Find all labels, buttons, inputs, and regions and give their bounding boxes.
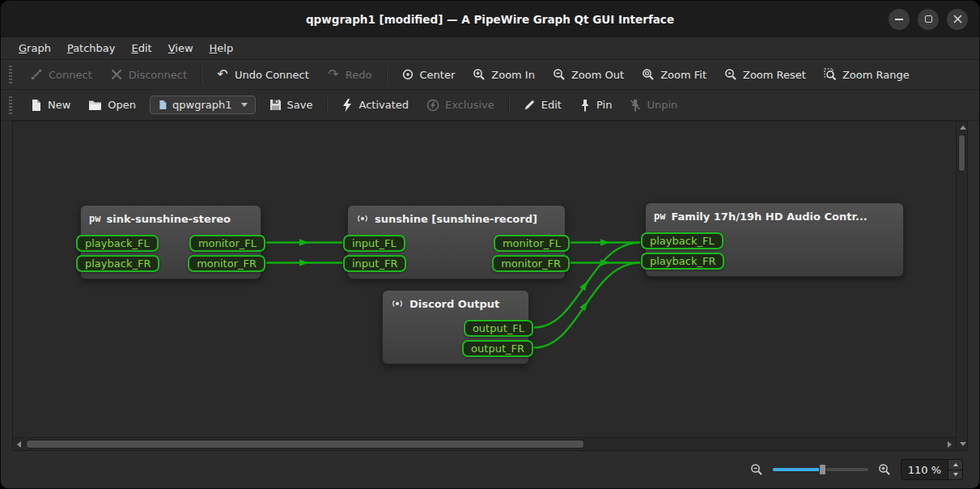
menu-patchbay[interactable]: Patchbay xyxy=(59,37,124,59)
zoom-reset-icon xyxy=(724,68,737,81)
node-header: Discord Output xyxy=(383,291,528,317)
center-icon xyxy=(401,68,414,81)
menu-view[interactable]: View xyxy=(160,37,202,59)
pin-button[interactable]: Pin xyxy=(571,95,620,116)
toolbar-drag-handle[interactable] xyxy=(9,96,12,114)
vertical-scrollbar[interactable] xyxy=(956,121,967,450)
minimize-icon xyxy=(895,19,903,20)
toolbar-separator xyxy=(201,66,202,83)
zoom-reset-button[interactable]: Zoom Reset xyxy=(716,64,814,85)
open-folder-icon xyxy=(88,100,102,111)
toolbar-drag-handle[interactable] xyxy=(9,66,12,83)
port-input[interactable]: playback_FR xyxy=(76,255,159,272)
menu-help[interactable]: Help xyxy=(202,37,242,59)
node-title: sink-sunshine-stereo xyxy=(106,213,231,225)
menubar: Graph Patchbay Edit View Help xyxy=(1,37,979,60)
scroll-down-arrow[interactable] xyxy=(960,442,966,446)
toolbar-separator xyxy=(508,96,510,114)
node-discord-output[interactable]: Discord Output output_FL output_FR xyxy=(382,290,529,364)
node-header: pw Family 17h/19h HD Audio Contr... xyxy=(646,203,903,229)
port-output[interactable]: monitor_FR xyxy=(492,255,570,272)
statusbar: 110 % xyxy=(1,451,979,488)
undo-connect-button[interactable]: ↶ Undo Connect xyxy=(208,64,317,85)
port-output[interactable]: monitor_FR xyxy=(188,255,265,272)
scroll-right-arrow[interactable] xyxy=(948,441,952,448)
horizontal-scrollbar[interactable] xyxy=(13,437,956,450)
titlebar: qpwgraph1 [modified] — A PipeWire Graph … xyxy=(1,1,979,37)
port-input[interactable]: playback_FL xyxy=(76,235,159,252)
open-button[interactable]: Open xyxy=(80,95,144,115)
zoom-in-icon xyxy=(878,463,891,476)
center-button[interactable]: Center xyxy=(393,64,464,85)
zoom-value[interactable]: 110 % xyxy=(902,460,948,479)
pipewire-icon: pw xyxy=(89,213,100,224)
close-icon xyxy=(953,15,962,23)
zoom-out-button[interactable]: Zoom Out xyxy=(545,64,632,85)
close-button[interactable] xyxy=(947,9,968,30)
menu-graph[interactable]: Graph xyxy=(11,37,59,59)
disconnect-button[interactable]: Disconnect xyxy=(102,64,195,85)
new-button[interactable]: New xyxy=(22,95,78,116)
spin-down-icon xyxy=(953,473,958,476)
port-input[interactable]: input_FL xyxy=(343,235,405,252)
new-file-icon xyxy=(30,99,42,112)
zoom-slider-handle[interactable] xyxy=(819,464,826,475)
toolbar-graph: Connect Disconnect ↶ Undo Connect ↷ Redo… xyxy=(1,60,979,90)
save-button[interactable]: Save xyxy=(261,95,321,115)
exclusive-button[interactable]: Exclusive xyxy=(418,95,503,116)
node-sunshine[interactable]: sunshine [sunshine-record] input_FL moni… xyxy=(347,205,566,279)
toolbar-separator xyxy=(386,66,388,83)
port-output[interactable]: monitor_FL xyxy=(189,235,265,252)
connect-button[interactable]: Connect xyxy=(22,64,100,85)
zoom-range-button[interactable]: Zoom Range xyxy=(816,64,918,85)
zoom-in-button[interactable]: Zoom In xyxy=(465,64,543,85)
zoom-slider[interactable] xyxy=(773,463,868,476)
port-output[interactable]: output_FL xyxy=(464,320,533,337)
window-controls xyxy=(889,1,968,37)
lightning-icon xyxy=(342,99,353,112)
node-title: Family 17h/19h HD Audio Contr... xyxy=(671,210,867,223)
edit-button[interactable]: Edit xyxy=(515,95,570,115)
redo-icon: ↷ xyxy=(327,68,340,81)
disconnect-icon xyxy=(110,68,123,81)
port-input[interactable]: playback_FL xyxy=(641,232,723,249)
scroll-up-arrow[interactable] xyxy=(960,125,966,130)
chevron-down-icon xyxy=(241,103,248,107)
zoom-out-icon xyxy=(553,68,566,81)
save-icon xyxy=(269,99,282,111)
redo-button[interactable]: ↷ Redo xyxy=(319,64,380,85)
graph-canvas[interactable]: pw sink-sunshine-stereo playback_FL moni… xyxy=(13,121,956,437)
zoom-spin-down-button[interactable] xyxy=(948,470,962,480)
scroll-left-arrow[interactable] xyxy=(17,441,21,448)
toolbar-patchbay: New Open qpwgraph1 Save Activated Exclus… xyxy=(1,90,979,121)
unpin-icon xyxy=(630,99,641,112)
node-header: sunshine [sunshine-record] xyxy=(348,206,565,232)
maximize-button[interactable] xyxy=(918,9,939,30)
port-output[interactable]: output_FR xyxy=(462,340,533,357)
menu-edit[interactable]: Edit xyxy=(124,37,160,59)
minimize-button[interactable] xyxy=(889,9,910,30)
pencil-icon xyxy=(524,99,536,111)
zoom-range-icon xyxy=(824,68,837,81)
unpin-button[interactable]: Unpin xyxy=(622,95,685,116)
horizontal-scrollbar-thumb[interactable] xyxy=(26,440,584,449)
zoom-spin-up-button[interactable] xyxy=(948,460,962,470)
activated-button[interactable]: Activated xyxy=(333,95,417,116)
node-sink-sunshine-stereo[interactable]: pw sink-sunshine-stereo playback_FL moni… xyxy=(80,205,261,279)
graph-canvas-frame: pw sink-sunshine-stereo playback_FL moni… xyxy=(12,121,968,451)
connection-wires xyxy=(13,121,956,437)
vertical-scrollbar-thumb[interactable] xyxy=(958,134,965,172)
port-input[interactable]: input_FR xyxy=(343,255,406,272)
exclusive-icon xyxy=(426,99,439,112)
port-output[interactable]: monitor_FL xyxy=(494,235,570,252)
node-family-hd-audio[interactable]: pw Family 17h/19h HD Audio Contr... play… xyxy=(645,202,904,277)
app-window: qpwgraph1 [modified] — A PipeWire Graph … xyxy=(0,0,980,489)
patchbay-profile-combo[interactable]: qpwgraph1 xyxy=(150,96,255,114)
monitor-icon xyxy=(391,297,404,310)
maximize-icon xyxy=(925,15,932,23)
node-title: Discord Output xyxy=(409,298,499,310)
zoom-fit-button[interactable]: Zoom Fit xyxy=(634,64,715,85)
patchbay-profile-value: qpwgraph1 xyxy=(172,99,231,111)
port-input[interactable]: playback_FR xyxy=(641,253,724,270)
zoom-in-icon xyxy=(473,68,486,81)
